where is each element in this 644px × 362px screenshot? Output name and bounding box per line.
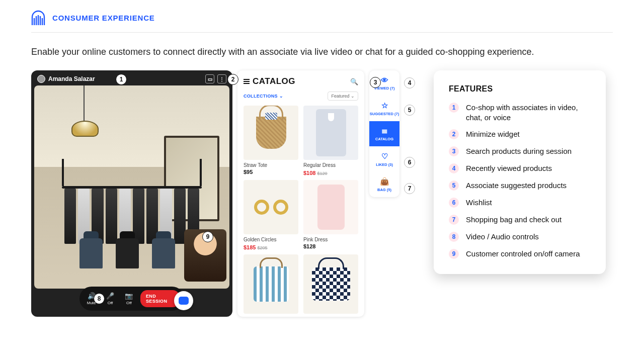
feature-number: 7	[449, 215, 459, 225]
video-widget: Amanda Salazar ▭ ⋮	[31, 70, 232, 317]
heart-icon: ♡	[381, 152, 388, 161]
feature-number: 9	[449, 249, 459, 259]
more-icon[interactable]: ⋮	[217, 74, 226, 83]
product-card[interactable]: Golden Circles $185$205	[244, 180, 298, 251]
page-header: CONSUMER EXPERIENCE	[31, 10, 613, 33]
collections-dropdown[interactable]: COLLECTIONS ⌄	[244, 94, 283, 99]
product-card[interactable]	[303, 254, 358, 314]
feature-item: 8Video / Audio controls	[449, 232, 591, 242]
star-icon: ☆	[381, 101, 388, 110]
callout-4: 4	[404, 77, 415, 88]
feature-item: 9Customer controled on/off camera	[449, 249, 591, 259]
product-card[interactable]	[244, 254, 298, 314]
feature-number: 8	[449, 232, 459, 242]
header-title: CONSUMER EXPERIENCE	[52, 14, 155, 22]
feature-number: 6	[449, 198, 459, 208]
feature-item: 1Co-shop with associates in video, chat,…	[449, 103, 591, 122]
nav-bag[interactable]: 👜BAG (5)	[369, 172, 399, 197]
mic-icon: 🎤	[106, 292, 114, 300]
nav-suggested[interactable]: ☆SUGGESTED (7)	[369, 96, 399, 121]
features-card: FEATURES 1Co-shop with associates in vid…	[434, 70, 606, 274]
feature-text: Video / Audio controls	[466, 232, 539, 242]
feature-text: Search products during session	[466, 146, 572, 156]
feature-text: Shopping bag and check out	[466, 215, 561, 225]
feature-number: 5	[449, 180, 459, 191]
feature-item: 3Search products during session	[449, 146, 591, 156]
minimize-icon[interactable]: ▭	[205, 74, 214, 83]
eye-icon: 👁	[381, 76, 388, 84]
mic-button[interactable]: 🎤Off	[103, 292, 117, 305]
callout-2: 2	[227, 74, 238, 85]
associate-avatar	[37, 75, 45, 83]
catalog-panel: CATALOG 🔍 COLLECTIONS ⌄ Featured ⌄ Straw…	[237, 70, 364, 317]
feature-item: 5Associate suggested products	[449, 180, 591, 191]
callout-7: 7	[404, 183, 415, 194]
feature-number: 1	[449, 103, 459, 113]
search-icon[interactable]: 🔍	[350, 78, 358, 85]
product-card[interactable]: Regular Dress $108$120	[303, 106, 358, 177]
menu-icon[interactable]	[244, 79, 250, 84]
nav-liked[interactable]: ♡LIKED (3)	[369, 146, 399, 171]
product-card[interactable]: Straw Tote $95	[244, 106, 298, 177]
sort-dropdown[interactable]: Featured ⌄	[328, 92, 358, 101]
feature-text: Customer controled on/off camera	[466, 249, 580, 259]
feature-item: 6Wishlist	[449, 198, 591, 208]
camera-button[interactable]: 📷Off	[122, 292, 136, 305]
brand-logo-icon	[31, 10, 45, 25]
product-grid: Straw Tote $95 Regular Dress $108$120 Go…	[244, 106, 358, 314]
list-icon: ≣	[381, 126, 388, 135]
nav-catalog[interactable]: ≣CATALOG	[369, 121, 399, 146]
associate-name: Amanda Salazar	[48, 75, 95, 82]
feature-number: 4	[449, 163, 459, 173]
camera-icon: 📷	[125, 292, 133, 300]
callout-5: 5	[404, 105, 415, 116]
catalog-title: CATALOG	[253, 76, 295, 86]
feature-number: 3	[449, 146, 459, 156]
feature-number: 2	[449, 129, 459, 139]
feature-item: 7Shopping bag and check out	[449, 215, 591, 225]
feature-item: 4Recently viewed products	[449, 163, 591, 173]
feature-text: Recently viewed products	[466, 163, 552, 173]
features-title: FEATURES	[449, 84, 591, 94]
callout-6: 6	[404, 157, 415, 168]
session-sidebar: 👁VIEWED (7) ☆SUGGESTED (7) ≣CATALOG ♡LIK…	[369, 70, 399, 197]
bag-icon: 👜	[380, 177, 389, 186]
lead-text: Enable your online customers to connect …	[31, 46, 613, 58]
product-card[interactable]: Pink Dress $128	[303, 180, 358, 251]
feature-text: Wishlist	[466, 198, 492, 208]
feature-text: Co-shop with associates in video, chat, …	[466, 103, 591, 122]
feature-text: Minimize widget	[466, 129, 520, 139]
feature-item: 2Minimize widget	[449, 129, 591, 139]
chat-button[interactable]	[174, 291, 193, 310]
feature-text: Associate suggested products	[466, 180, 567, 191]
